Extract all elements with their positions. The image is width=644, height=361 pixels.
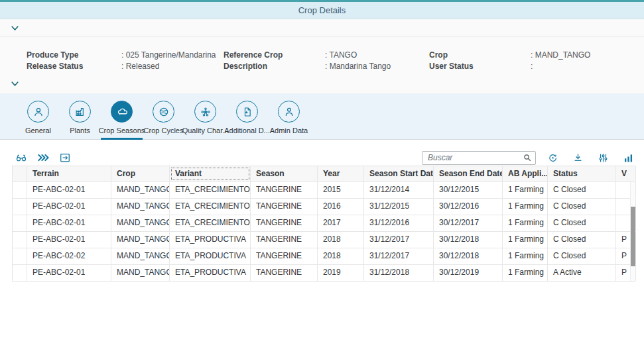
search-box [422,151,536,165]
cell-terrain: PE-ABC-02-01 [27,199,111,215]
tab-label: General [25,127,51,134]
column-header-terrain[interactable]: Terrain [27,166,111,181]
field-label: Reference Crop [224,50,283,60]
tab-plants[interactable]: Plants [59,93,101,139]
cell-status: C Closed [548,232,616,248]
molecule-icon [194,101,216,123]
cell-season-start: 31/12/2017 [364,232,434,248]
cell-season: TANGERINE [251,182,318,198]
cell-season: TANGERINE [251,215,318,231]
cell-ab-application: 1 Farming [503,215,548,231]
tab-label: Crop Seasons [99,127,145,134]
tab-label: Additional D... [224,127,269,134]
collapse-header-chevron-icon[interactable] [10,23,20,33]
reset-icon[interactable] [547,152,559,164]
cell-season-start: 31/12/2014 [364,182,434,198]
tab-additional-data[interactable]: Additional D... [226,93,268,139]
cell-crop: MAND_TANGO [111,182,170,198]
field-value: : Released [121,62,159,71]
table-row[interactable]: PE-ABC-02-01 MAND_TANGO ETA_CRECIMIENTO_… [13,198,635,215]
object-header: Produce Type : 025 Tangerine/Mandarina R… [0,19,644,93]
column-header-year[interactable]: Year [318,166,364,181]
personalize-icon[interactable] [597,152,610,164]
shell-header: Crop Details [0,2,644,19]
cell-variant: ETA_PRODUCTIVA [170,265,251,281]
person-icon [27,101,49,123]
chart-icon[interactable] [622,152,635,164]
tab-crop-cycles[interactable]: Crop Cycles [143,93,184,139]
page-title: Crop Details [298,5,346,15]
cell-season-start: 31/12/2015 [364,199,434,215]
search-input[interactable] [422,151,536,165]
column-header-season[interactable]: Season [251,166,318,181]
table-body: PE-ABC-02-01 MAND_TANGO ETA_CRECIMIENTO_… [13,181,635,281]
column-header-status[interactable]: Status [548,166,616,181]
cell-year: 2016 [318,199,364,215]
cell-season-end: 30/12/2016 [434,199,503,215]
cell-status: A Active [548,265,616,281]
cell-year: 2018 [318,232,364,248]
row-selector-cell [13,232,27,248]
tab-quality-characteristics[interactable]: Quality Char... [184,93,226,139]
row-selector-cell [13,265,27,281]
table-row[interactable]: PE-ABC-02-01 MAND_TANGO ETA_CRECIMIENTO_… [13,181,635,198]
cell-ab-application: 1 Farming [503,199,548,215]
cell-year: 2015 [318,182,364,198]
column-header-truncated[interactable]: V [616,166,636,181]
table-row[interactable]: PE-ABC-02-01 MAND_TANGO ETA_PRODUCTIVA T… [13,264,635,281]
tab-general[interactable]: General [17,93,59,139]
cell-ab-application: 1 Farming [503,182,548,198]
cell-year: 2018 [318,248,364,264]
cell-variant: ETA_PRODUCTIVA [170,232,251,248]
row-selector-cell [13,182,27,198]
cell-season-start: 31/12/2017 [364,248,434,264]
cell-terrain: PE-ABC-02-01 [27,265,111,281]
collapse-tabs-chevron-icon[interactable] [10,79,20,89]
table-row[interactable]: PE-ABC-02-02 MAND_TANGO ETA_PRODUCTIVA T… [13,248,635,264]
cell-season-end: 30/12/2018 [434,232,503,248]
column-header-ab-application[interactable]: AB Appli... [503,166,548,181]
cell-season-start: 31/12/2018 [364,265,434,281]
icon-tab-bar: General Plants Crop Seasons [0,93,644,140]
cell-season: TANGERINE [251,265,318,281]
column-header-season-end[interactable]: Season End Date [434,166,503,181]
field-value: : TANGO [325,50,357,60]
cell-season: TANGERINE [251,199,318,215]
tab-crop-seasons[interactable]: Crop Seasons [101,93,143,139]
field-value: : MAND_TANGO [531,50,590,60]
open-in-box-icon[interactable] [58,151,72,164]
cell-season-start: 31/12/2016 [364,215,434,231]
cell-crop: MAND_TANGO [111,265,170,281]
cell-terrain: PE-ABC-02-02 [27,248,111,264]
binoculars-icon[interactable] [15,151,28,164]
cell-terrain: PE-ABC-02-01 [27,232,111,248]
cell-crop: MAND_TANGO [111,199,170,215]
field-label: User Status [429,62,474,71]
table-row[interactable]: PE-ABC-02-01 MAND_TANGO ETA_PRODUCTIVA T… [13,231,635,248]
cell-ab-application: 1 Farming [503,248,548,264]
expand-chevrons-icon[interactable] [36,151,50,164]
tab-admin-data[interactable]: Admin Data [268,93,310,139]
column-header-crop[interactable]: Crop [111,166,170,181]
field-value: : Mandarina Tango [325,62,391,71]
cell-year: 2017 [318,215,364,231]
search-icon[interactable] [522,152,533,164]
divider [0,36,644,37]
cell-ab-application: 1 Farming [503,232,548,248]
crop-seasons-table: Terrain Crop Variant Season Year Season … [12,166,635,282]
cell-crop: MAND_TANGO [111,215,170,231]
cell-status: C Closed [548,215,616,231]
cell-crop: MAND_TANGO [111,232,170,248]
cell-variant: ETA_PRODUCTIVA [170,248,251,264]
scrollbar-thumb[interactable] [631,207,635,266]
cell-terrain: PE-ABC-02-01 [27,182,111,198]
tab-label: Crop Cycles [144,127,184,134]
crop-details-page: Crop Details Produce Type : 025 Tangerin… [0,0,644,361]
column-header-season-start[interactable]: Season Start Date [364,166,434,181]
cell-season-end: 30/12/2015 [434,182,503,198]
table-row[interactable]: PE-ABC-02-01 MAND_TANGO ETA_CRECIMIENTO_… [13,215,635,231]
table-header-row: Terrain Crop Variant Season Year Season … [13,166,635,181]
cell-crop: MAND_TANGO [111,248,170,264]
column-header-variant[interactable]: Variant [170,166,251,181]
download-icon[interactable] [572,152,584,164]
